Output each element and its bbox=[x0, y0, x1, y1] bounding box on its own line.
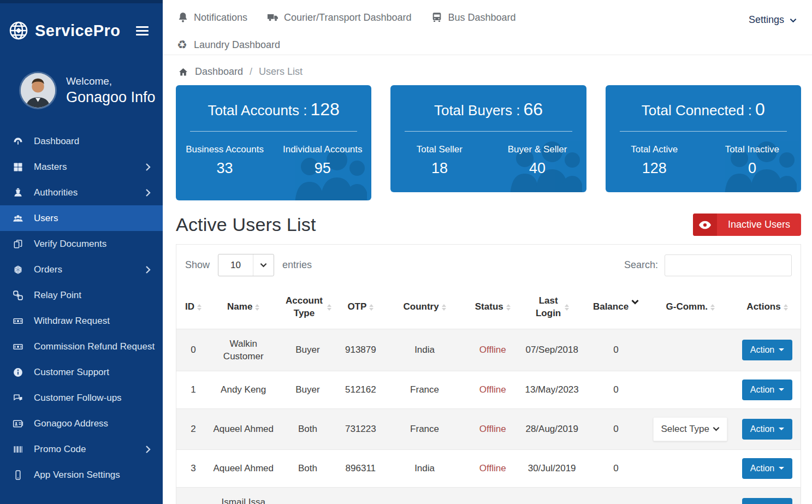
relay-point-icon bbox=[13, 290, 26, 301]
sidebar-item-customer-support[interactable]: Customer Support bbox=[0, 359, 163, 385]
sidebar-item-withdraw-request[interactable]: Withdraw Request bbox=[0, 308, 163, 334]
entries-label: entries bbox=[282, 259, 312, 271]
select-type-dropdown[interactable]: Select Type bbox=[653, 417, 727, 441]
nav-bus-dashboard[interactable]: Bus Dashboard bbox=[431, 8, 515, 27]
dashboard-icon bbox=[13, 136, 26, 147]
card-total-buyers: Total Buyers :66 Total Seller18 Buyer & … bbox=[390, 85, 586, 192]
brand-name: ServicePro bbox=[35, 22, 121, 40]
status-badge: Offline bbox=[467, 329, 519, 371]
action-button[interactable]: Action bbox=[742, 419, 792, 440]
action-button[interactable]: Action bbox=[742, 458, 792, 479]
customer-support-icon bbox=[13, 367, 26, 378]
nav-notifications[interactable]: Notifications bbox=[177, 8, 247, 27]
mobile-icon bbox=[13, 470, 26, 481]
sort-icon bbox=[710, 304, 715, 311]
sidebar-item-authorities[interactable]: Authorities bbox=[0, 180, 163, 205]
table-header-row: ID Name Account Type OTP Country Status … bbox=[176, 287, 801, 329]
welcome-block: Welcome, Gonagoo Info bbox=[0, 73, 163, 108]
status-badge: Offline bbox=[467, 408, 519, 449]
chevron-right-icon bbox=[145, 445, 151, 454]
home-icon bbox=[178, 67, 188, 77]
bell-icon bbox=[177, 11, 189, 23]
commission-refund-icon bbox=[13, 341, 26, 352]
sort-icon bbox=[369, 304, 374, 311]
sidebar-item-dashboard[interactable]: Dashboard bbox=[0, 128, 163, 154]
sort-icon bbox=[565, 304, 569, 311]
settings-menu[interactable]: Settings bbox=[749, 10, 797, 29]
orders-icon bbox=[13, 264, 26, 275]
caret-down-icon bbox=[779, 388, 784, 391]
breadcrumb: Dashboard / Users List bbox=[163, 55, 812, 85]
truck-icon bbox=[267, 11, 279, 23]
search-label: Search: bbox=[624, 259, 658, 271]
sidebar-item-orders[interactable]: Orders bbox=[0, 257, 163, 282]
chevron-right-icon bbox=[145, 163, 151, 171]
col-header-actions[interactable]: Actions bbox=[734, 287, 801, 329]
customer-followups-icon bbox=[13, 393, 26, 404]
card-total-connected: Total Connected :0 Total Active128 Total… bbox=[606, 85, 801, 192]
withdraw-request-icon bbox=[13, 316, 26, 327]
avatar bbox=[21, 73, 55, 108]
chevron-down-icon bbox=[713, 426, 720, 431]
globe-logo-icon bbox=[8, 20, 29, 41]
sidebar-item-users[interactable]: Users bbox=[0, 205, 163, 231]
sidebar-item-commission-refund-request[interactable]: Commission Refund Request bbox=[0, 334, 163, 359]
page-title: Active Users List bbox=[176, 214, 316, 235]
sidebar-item-customer-followups[interactable]: Customer Follow-ups bbox=[0, 385, 163, 411]
welcome-text: Welcome, bbox=[66, 75, 156, 87]
nav-laundry-dashboard[interactable]: ♻ Laundry Dashboard bbox=[177, 35, 280, 55]
inactive-users-button[interactable]: Inactive Users bbox=[693, 214, 801, 236]
menu-toggle-icon[interactable] bbox=[134, 24, 151, 38]
status-badge: Offline bbox=[467, 487, 519, 504]
table-row: 3 Aqueel Ahmed Both 896311 India Offline… bbox=[176, 449, 801, 487]
caret-down-icon bbox=[779, 467, 784, 470]
chevron-down-icon bbox=[253, 254, 274, 276]
col-header-last-login[interactable]: Last Login bbox=[519, 287, 585, 329]
action-button[interactable]: Action bbox=[742, 498, 792, 504]
sidebar-item-verify-documents[interactable]: Verify Documents bbox=[0, 231, 163, 257]
col-header-g-comm[interactable]: G-Comm. bbox=[647, 287, 734, 329]
sidebar-item-masters[interactable]: Masters bbox=[0, 154, 163, 180]
welcome-username: Gonagoo Info bbox=[66, 89, 156, 106]
address-card-icon bbox=[13, 418, 26, 429]
total-connected-value: 0 bbox=[755, 99, 765, 119]
recycle-icon: ♻ bbox=[177, 39, 189, 51]
table-row: 2 Aqueel Ahmed Both 731223 France Offlin… bbox=[176, 408, 801, 449]
table-row: 4 Ismail Issa Karimou Both 574008 France… bbox=[176, 487, 801, 504]
sort-icon bbox=[197, 304, 201, 311]
sort-icon bbox=[255, 304, 259, 311]
col-header-country[interactable]: Country bbox=[382, 287, 467, 329]
breadcrumb-dashboard[interactable]: Dashboard bbox=[195, 66, 243, 78]
search-input[interactable] bbox=[665, 254, 792, 276]
users-icon bbox=[13, 213, 26, 224]
sidebar-item-relay-point[interactable]: Relay Point bbox=[0, 282, 163, 308]
col-header-status[interactable]: Status bbox=[467, 287, 519, 329]
app-window: ServicePro Welcome, Gonagoo Info bbox=[0, 0, 812, 504]
action-button[interactable]: Action bbox=[742, 380, 792, 400]
col-header-name[interactable]: Name bbox=[210, 287, 277, 329]
eye-icon bbox=[693, 214, 717, 236]
col-header-otp[interactable]: OTP bbox=[339, 287, 382, 329]
status-badge: Offline bbox=[467, 449, 519, 487]
col-header-id[interactable]: ID bbox=[176, 287, 210, 329]
col-header-account-type[interactable]: Account Type bbox=[277, 287, 339, 329]
promo-code-icon bbox=[13, 444, 26, 455]
sidebar-item-app-version-settings[interactable]: App Version Settings bbox=[0, 462, 163, 488]
bus-icon bbox=[431, 11, 443, 23]
verify-documents-icon bbox=[13, 239, 26, 250]
total-buyers-value: 66 bbox=[523, 99, 543, 119]
sidebar-item-promo-code[interactable]: Promo Code bbox=[0, 436, 163, 462]
masters-icon bbox=[13, 162, 26, 173]
sidebar-item-gonagoo-address[interactable]: Gonagoo Address bbox=[0, 411, 163, 436]
caret-down-icon bbox=[779, 428, 784, 430]
col-header-balance[interactable]: Balance bbox=[585, 287, 647, 329]
sort-desc-icon bbox=[631, 297, 639, 307]
card-total-accounts: Total Accounts :128 Business Accounts33 … bbox=[176, 85, 371, 200]
breadcrumb-current: Users List bbox=[259, 66, 303, 78]
table-row: 1 Andy Keng Buyer 512162 France Offline … bbox=[176, 371, 801, 408]
page-size-select[interactable]: 10 bbox=[218, 254, 274, 276]
sort-icon bbox=[784, 304, 788, 311]
action-button[interactable]: Action bbox=[742, 340, 792, 360]
nav-courier-transport-dashboard[interactable]: Courier/Transport Dashboard bbox=[267, 8, 411, 27]
brand-row: ServicePro bbox=[0, 3, 163, 58]
